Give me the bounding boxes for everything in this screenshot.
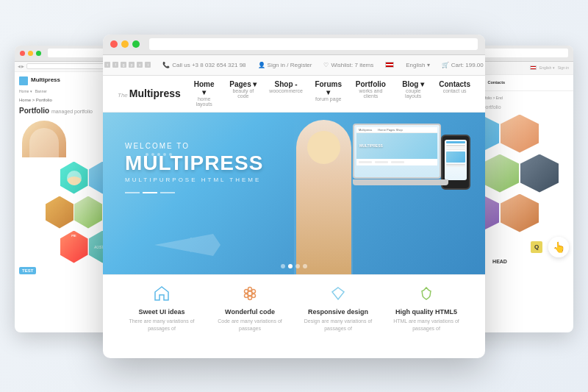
airplane-icon	[147, 230, 235, 260]
svg-point-4	[248, 296, 252, 300]
hero-welcome-text: Welcome to	[125, 142, 263, 150]
logo-area: The Multipress	[118, 88, 191, 99]
center-browser-chrome	[103, 35, 485, 55]
center-expand-dot[interactable]	[132, 40, 140, 48]
left-hex-1	[60, 162, 88, 194]
laptop-screen: Multipress Home Pages Shop MULTIPRESS	[353, 124, 441, 179]
topbar-phone: 📞 Call us +3 8 032 654 321 98	[162, 62, 245, 68]
right-nav-contacts[interactable]: Contacts	[488, 80, 506, 85]
language-label[interactable]: English ▾	[406, 62, 429, 68]
center-topbar-items: t f g p v i 📞 Call us +3 8 032 654 321 9…	[104, 62, 484, 68]
laptop-base	[353, 179, 448, 185]
feature-3-desc: Design are many variations of passages o…	[301, 318, 375, 331]
feature-3-title: Responsive design	[301, 308, 375, 316]
google-icon[interactable]: g	[121, 62, 126, 68]
feature-sweet-ui: Sweet UI ideas There are many variations…	[125, 283, 198, 331]
nav-blog[interactable]: Blog ▾ couple layouts	[399, 80, 427, 107]
carousel-dots	[281, 264, 307, 268]
vk-icon[interactable]: v	[137, 62, 143, 68]
left-nav-banner[interactable]: Banner	[35, 89, 47, 93]
svg-point-2	[252, 290, 256, 293]
carousel-dot-3[interactable]	[295, 264, 300, 268]
left-expand-dot[interactable]	[36, 51, 41, 56]
laptop-feature-3	[391, 161, 404, 163]
cart-icon: 🛒	[442, 62, 449, 68]
logo-text[interactable]: Multipress	[129, 88, 181, 99]
center-nav: The Multipress Home ▾ home layouts Pages…	[103, 76, 485, 113]
hero-div-2	[143, 192, 157, 193]
hero-dot-1	[146, 153, 148, 156]
feature-wonderful-code: Wonderful code Code are many variations …	[213, 283, 287, 331]
nav-forums[interactable]: Forums ▾ forum page	[315, 80, 343, 107]
phone-stripe-5	[446, 164, 465, 165]
phone-stripe-1	[446, 141, 465, 143]
left-minimize-dot[interactable]	[28, 51, 33, 56]
phone-stripe-6	[446, 166, 465, 168]
laptop-mockup: Multipress Home Pages Shop MULTIPRESS	[353, 124, 448, 190]
laptop-nav-text: Home Pages Shop	[378, 128, 403, 132]
right-language[interactable]: English ▾	[539, 65, 555, 70]
flower-icon	[240, 283, 260, 304]
carousel-dot-1[interactable]	[281, 264, 285, 268]
carousel-dot-2[interactable]	[288, 264, 293, 268]
left-hex-4	[74, 196, 102, 229]
logo-the: The	[118, 92, 128, 99]
hero-dots-decoration	[146, 153, 172, 156]
feature-2-desc: Code are many variations of passages	[213, 318, 287, 331]
nav-contacts[interactable]: Contacts contact us	[439, 80, 470, 107]
phone-stripe-3	[446, 147, 465, 149]
nav-portfolio[interactable]: Portfolio works and clients	[354, 80, 388, 107]
person-head	[307, 131, 340, 164]
laptop-features-mini	[356, 159, 437, 165]
hero-title: MULTIPRESS	[125, 153, 263, 174]
hero-person	[294, 113, 353, 274]
nav-shop[interactable]: Shop - woocommerce	[269, 80, 303, 107]
hero-subtitle: MULTIPURPOSE HTML THEME	[125, 177, 263, 183]
feature-1-desc: There are many variations of passages of	[125, 318, 198, 331]
carousel-dot-4[interactable]	[303, 264, 307, 268]
twitter-icon[interactable]: t	[104, 62, 110, 68]
cursor-hand-icon: 👆	[548, 237, 569, 257]
feature-responsive: Responsive design Design are many variat…	[301, 283, 375, 331]
laptop-feature-1	[359, 161, 372, 163]
nav-pages[interactable]: Pages ▾ beauty of code	[229, 80, 257, 107]
center-browser: t f g p v i 📞 Call us +3 8 032 654 321 9…	[103, 35, 485, 358]
topbar-wishlist[interactable]: ♡ Wishlist: 7 items	[323, 62, 373, 68]
laptop-header-bar: Multipress Home Pages Shop	[356, 127, 437, 133]
hero-dot-4	[163, 153, 166, 156]
center-address-bar[interactable]	[149, 38, 478, 50]
center-minimize-dot[interactable]	[121, 40, 129, 48]
feature-4-title: High quality HTML5	[390, 308, 463, 316]
right-hex-7	[501, 194, 539, 232]
left-nav-arrows: ◀ ▶	[18, 64, 24, 68]
feature-4-desc: HTML are many variations of passages of	[390, 318, 463, 331]
instagram-icon[interactable]: i	[145, 62, 151, 68]
phone-hero-mini	[446, 152, 465, 163]
center-close-dot[interactable]	[110, 40, 118, 48]
house-icon	[151, 283, 172, 304]
left-test-badge: TEST	[19, 267, 36, 274]
left-hex-3	[46, 196, 74, 229]
right-signin[interactable]: Sign in	[558, 65, 569, 70]
laptop-content: Multipress Home Pages Shop MULTIPRESS	[354, 125, 440, 168]
heart-icon: ♡	[323, 62, 329, 68]
right-hex-2	[501, 115, 539, 153]
hero-dividers	[125, 192, 263, 193]
laptop-hero-mini: MULTIPRESS	[356, 133, 437, 159]
pinterest-icon[interactable]: p	[129, 62, 135, 68]
nav-home[interactable]: Home ▾ home layouts	[191, 80, 217, 107]
left-close-dot[interactable]	[20, 51, 25, 56]
svg-point-6	[245, 290, 248, 293]
hero-div-1	[125, 192, 140, 193]
left-logo-icon	[19, 76, 28, 85]
topbar-signin[interactable]: 👤 Sign in / Register	[258, 62, 312, 68]
topbar-cart[interactable]: 🛒 Cart: 199.00	[442, 62, 484, 68]
svg-point-1	[248, 288, 252, 291]
phone-stripe-4	[446, 149, 465, 150]
svg-point-5	[245, 294, 248, 298]
right-flag-icon	[530, 65, 537, 70]
right-hex-4	[481, 154, 519, 193]
facebook-icon[interactable]: f	[112, 62, 118, 68]
left-person-image	[22, 121, 66, 157]
left-nav-home[interactable]: Home ▾	[19, 89, 32, 93]
